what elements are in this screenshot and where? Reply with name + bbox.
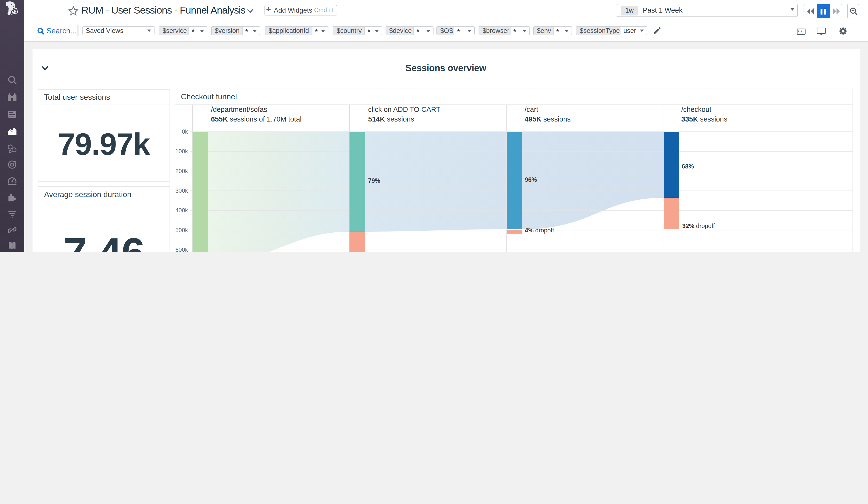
svg-text:514K sessions: 514K sessions <box>368 115 414 123</box>
svg-text:100k: 100k <box>175 148 188 154</box>
svg-text:655K sessions of 1.70M total: 655K sessions of 1.70M total <box>211 115 301 123</box>
svg-text:68%: 68% <box>682 163 694 169</box>
svg-text:0k: 0k <box>182 128 188 135</box>
svg-text:/cart: /cart <box>524 105 538 113</box>
svg-text:4% dropoff: 4% dropoff <box>525 227 554 233</box>
svg-text:79%: 79% <box>368 177 380 184</box>
svg-text:200k: 200k <box>175 168 188 174</box>
svg-text:96%: 96% <box>525 176 537 183</box>
svg-text:400k: 400k <box>175 207 188 213</box>
svg-text:600k: 600k <box>175 246 188 252</box>
svg-text:300k: 300k <box>175 187 188 194</box>
svg-text:500k: 500k <box>175 227 188 233</box>
svg-text:495K sessions: 495K sessions <box>524 115 570 123</box>
svg-text:32% dropoff: 32% dropoff <box>682 222 714 229</box>
svg-text:335K sessions: 335K sessions <box>681 115 727 123</box>
svg-text:/department/sofas: /department/sofas <box>211 105 267 113</box>
svg-text:/checkout: /checkout <box>681 105 711 113</box>
svg-text:click on ADD TO CART: click on ADD TO CART <box>368 105 440 113</box>
